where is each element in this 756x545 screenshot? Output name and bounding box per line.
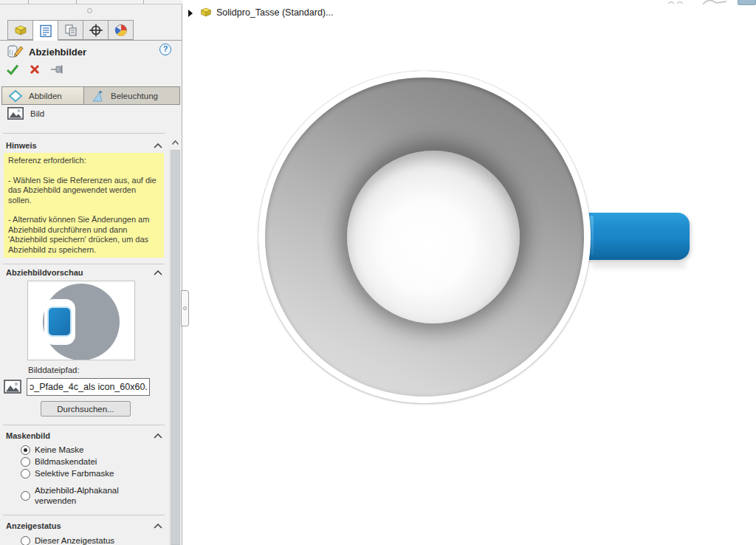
solidworks-window: Abziehbilder ? Abbilden	[0, 0, 756, 545]
tab-displaymanager[interactable]	[108, 20, 134, 40]
collapse-chevron-icon[interactable]	[154, 270, 162, 275]
radio-label: Keine Maske	[35, 445, 83, 454]
flyout-tree-item[interactable]: Solidpro_Tasse (Standard)...	[216, 7, 333, 18]
tab-dimxpertmanager[interactable]	[83, 20, 109, 40]
tab-bar-underline	[0, 40, 182, 41]
path-label: Bilddateipfad:	[28, 366, 80, 374]
cropped-toolbar-icon	[667, 0, 684, 4]
scroll-up-button[interactable]	[169, 137, 182, 148]
appearance-sphere-icon	[114, 24, 128, 37]
mug-model[interactable]	[258, 71, 591, 403]
radio-keine-maske[interactable]: Keine Maske	[21, 445, 83, 455]
note-paragraph: - Alternativ können Sie Änderungen am Ab…	[8, 215, 159, 255]
divider	[3, 425, 165, 425]
tab-beleuchtung[interactable]: Beleuchtung	[83, 86, 180, 105]
bild-label: Bild	[30, 109, 44, 118]
property-list-icon	[38, 24, 53, 38]
section-vorschau-header: Abziehbildvorschau	[6, 267, 162, 278]
radio-label: Selektive Farbmaske	[35, 469, 114, 478]
tab-propertymanager[interactable]	[32, 20, 58, 41]
note-paragraph: - Wählen Sie die Referenzen aus, auf die…	[8, 176, 159, 206]
decal-preview	[27, 281, 135, 360]
section-anzeigestatus-header: Anzeigestatus	[6, 521, 162, 531]
radio-icon[interactable]	[21, 536, 30, 545]
configuration-icon	[63, 24, 78, 37]
radio-icon[interactable]	[21, 469, 30, 479]
flyout-tree-expand-arrow[interactable]	[188, 10, 193, 17]
mug-bottom	[347, 151, 520, 323]
property-manager-panel: Abziehbilder ? Abbilden	[0, 0, 182, 545]
tab-abbilden[interactable]: Abbilden	[1, 86, 84, 105]
section-hinweis-header: Hinweis	[6, 140, 162, 151]
panel-collapse-handle[interactable]	[181, 290, 189, 326]
pin-button[interactable]	[50, 64, 65, 75]
decal-preview-logo	[49, 308, 70, 335]
page-title: Abziehbilder	[29, 47, 86, 58]
panel-grip-dot[interactable]	[87, 8, 92, 13]
decal-icon	[6, 44, 24, 60]
image-icon	[7, 107, 24, 120]
browse-button[interactable]: Durchsuchen...	[41, 401, 131, 417]
panel-actions	[6, 64, 65, 75]
tab-abbilden-label: Abbilden	[29, 92, 62, 100]
collapse-chevron-icon[interactable]	[154, 433, 162, 439]
part-icon	[199, 6, 213, 18]
radio-label: Abziehbild-Alphakanal verwenden	[35, 485, 142, 506]
cropped-toolbar-icon	[701, 0, 728, 4]
panel-header: Abziehbilder ?	[6, 43, 177, 61]
reference-required-note: Referenz erforderlich: - Wählen Sie die …	[4, 153, 164, 258]
radio-icon[interactable]	[21, 445, 30, 455]
illumination-icon	[90, 89, 105, 103]
handle-shadow	[592, 263, 687, 268]
section-anzeigestatus-title: Anzeigestatus	[6, 521, 61, 530]
decal-subtab-bar: Abbilden Beleuchtung	[1, 86, 181, 105]
bild-group-label: Bild	[7, 107, 44, 120]
radio-bildmaskendatei[interactable]: Bildmaskendatei	[21, 457, 97, 467]
radio-selektive-farbmaske[interactable]: Selektive Farbmaske	[21, 469, 114, 479]
tab-beleuchtung-label: Beleuchtung	[111, 92, 158, 100]
divider	[3, 264, 165, 264]
browse-button-label: Durchsuchen...	[57, 405, 114, 414]
cropped-toolbar-icon	[738, 0, 756, 5]
part-icon	[13, 24, 29, 37]
section-hinweis-title: Hinweis	[6, 141, 37, 150]
help-button[interactable]: ?	[159, 44, 171, 55]
section-vorschau-title: Abziehbildvorschau	[6, 268, 83, 277]
radio-icon[interactable]	[21, 457, 30, 467]
cancel-button[interactable]	[29, 64, 41, 75]
ok-button[interactable]	[6, 64, 19, 75]
divider	[3, 133, 165, 134]
scrollbar-thumb[interactable]	[171, 150, 180, 545]
image-file-icon	[4, 380, 21, 394]
radio-icon[interactable]	[21, 491, 30, 501]
radio-alphakanal[interactable]: Abziehbild-Alphakanal verwenden	[21, 485, 146, 506]
section-maskenbild-header: Maskenbild	[6, 431, 162, 441]
mug-handle[interactable]	[582, 213, 690, 260]
tab-featuremanager[interactable]	[7, 20, 33, 40]
note-paragraph: Referenz erforderlich:	[8, 156, 159, 166]
radio-dieser-anzeigestatus[interactable]: Dieser Anzeigestatus	[21, 536, 114, 545]
manager-tab-bar	[8, 20, 134, 41]
radio-label: Dieser Anzeigestatus	[35, 536, 114, 545]
toolbar-remnant	[0, 0, 182, 4]
image-path-input[interactable]	[27, 378, 150, 396]
tab-configurationmanager[interactable]	[58, 20, 83, 40]
collapse-chevron-icon[interactable]	[154, 524, 162, 529]
section-maskenbild-title: Maskenbild	[6, 431, 50, 440]
crosshair-icon	[89, 24, 103, 37]
divider	[3, 515, 165, 515]
collapse-chevron-icon[interactable]	[154, 143, 162, 148]
mapping-icon	[8, 89, 23, 103]
radio-label: Bildmaskendatei	[35, 457, 97, 466]
